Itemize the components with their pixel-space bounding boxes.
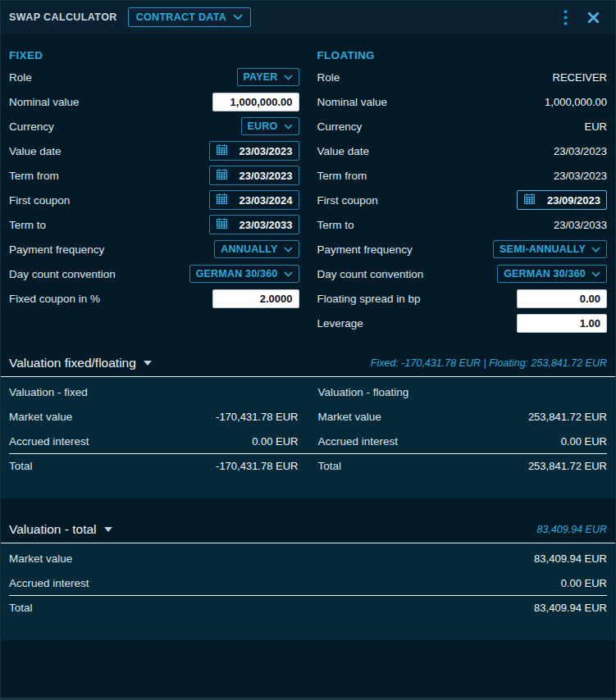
section-title: Valuation - total [9,522,97,537]
close-icon[interactable] [582,7,604,28]
term-from-picker[interactable]: 23/03/2023 [209,166,299,185]
fixed-accrued-value: 0.00 EUR [252,435,298,448]
calendar-icon [216,143,228,158]
currency-dropdown[interactable]: EURO [241,117,299,135]
caret-down-icon [144,361,152,366]
floating-payment-frequency-dropdown[interactable]: SEMI-ANNUALLY [493,240,607,258]
field-label: Day count convention [317,268,424,280]
floating-column-header: FLOATING [317,45,608,65]
field-label: Value date [317,145,370,157]
field-label: Floating spread in bp [317,293,421,305]
valuation-total-toggle[interactable]: Valuation - total [9,522,112,537]
total-label: Total [318,460,342,472]
currency-dropdown-value: EURO [248,120,278,132]
term-to-value: 23/03/2033 [239,219,292,231]
field-row-floating-role: Role RECEIVER [317,65,608,89]
floating-day-count-value: GERMAN 30/360 [504,268,586,280]
field-row-fixed-nominal: Nominal value [9,89,299,114]
first-coupon-picker[interactable]: 23/03/2024 [209,190,299,210]
accrued-interest-label: Accrued interest [9,435,89,448]
valuation-total-header: Valuation - total 83,409.94 EUR [1,516,615,543]
field-label: Term to [9,219,46,231]
field-row-fixed-term-from: Term from 23/03/2023 [9,163,299,188]
field-label: Term to [317,219,354,231]
fixed-coupon-input[interactable] [212,289,299,308]
valuation-fixed-title: Valuation - fixed [9,386,88,398]
field-row-fixed-first-coupon: First coupon 23/03/2024 [9,188,299,212]
field-label: Role [9,71,32,84]
bottom-filler [1,640,615,698]
valuation-ff-toggle[interactable]: Valuation fixed/floating [9,356,152,370]
field-label: Term from [317,170,367,182]
floating-total-value: 253,841.72 EUR [528,460,607,472]
floating-day-count-dropdown[interactable]: GERMAN 30/360 [497,265,607,283]
chevron-down-icon [284,243,293,255]
role-dropdown[interactable]: PAYER [237,68,299,86]
market-value-label: Market value [318,411,381,423]
chevron-down-icon [284,71,293,83]
valuation-ff-table: Valuation - fixed Valuation - floating M… [1,376,615,498]
floating-role-value: RECEIVER [553,71,607,84]
contract-data-dropdown-label: CONTRACT DATA [136,11,226,23]
payment-frequency-dropdown[interactable]: ANNUALLY [214,240,299,258]
floating-accrued-value: 0.00 EUR [561,435,607,448]
page-title: SWAP CALCULATOR [9,11,117,23]
field-label: Currency [317,120,363,133]
leverage-input[interactable] [517,314,607,333]
chevron-down-icon [284,268,293,280]
field-row-fixed-payment-frequency: Payment frequency ANNUALLY [9,237,299,261]
swap-calculator-window: SWAP CALCULATOR CONTRACT DATA FIXED Role… [0,0,616,700]
floating-column: FLOATING Role RECEIVER Nominal value 1,0… [317,45,608,335]
calendar-icon [216,168,228,183]
table-total-row: Total -170,431.78 EUR Total 253,841.72 E… [9,453,607,478]
value-date-value: 23/03/2023 [239,145,292,157]
nominal-value-input[interactable] [212,93,299,111]
grand-total-value: 83,409.94 EUR [534,602,607,614]
kebab-menu-icon[interactable] [554,7,576,28]
floating-first-coupon-picker[interactable]: 23/09/2023 [517,190,607,210]
field-row-floating-nominal: Nominal value 1,000,000.00 [317,89,608,114]
accrued-interest-label: Accrued interest [318,435,399,448]
market-value-label: Market value [9,552,72,565]
table-row: Market value 83,409.94 EUR [9,546,607,570]
accrued-interest-label: Accrued interest [9,577,89,589]
field-label: Value date [9,145,62,157]
field-label: Day count convention [9,268,116,280]
payment-frequency-value: ANNUALLY [221,243,277,255]
field-row-floating-payment-frequency: Payment frequency SEMI-ANNUALLY [317,237,608,261]
valuation-ff-header: Valuation fixed/floating Fixed: -170,431… [1,350,615,376]
field-label: Role [317,71,340,84]
field-label: Payment frequency [9,243,104,256]
fixed-column: FIXED Role PAYER Nominal value Currency … [9,45,299,335]
field-row-fixed-role: Role PAYER [9,65,299,89]
field-label: Nominal value [317,96,388,108]
value-date-picker[interactable]: 23/03/2023 [209,141,299,161]
term-from-value: 23/03/2023 [239,170,292,182]
day-count-dropdown[interactable]: GERMAN 30/360 [189,265,299,283]
field-label: Fixed coupon in % [9,293,100,305]
field-label: First coupon [317,194,378,207]
field-row-fixed-day-count: Day count convention GERMAN 30/360 [9,261,299,286]
chevron-down-icon [591,243,600,255]
total-label: Total [9,460,33,472]
field-row-floating-value-date: Value date 23/03/2023 [317,139,608,163]
field-row-fixed-coupon-pct: Fixed coupon in % [9,286,299,311]
term-to-picker[interactable]: 23/03/2033 [209,215,299,234]
calendar-icon [216,217,228,232]
floating-payment-frequency-value: SEMI-ANNUALLY [500,243,586,255]
floating-first-coupon-value: 23/09/2023 [547,194,600,207]
field-label: Leverage [317,317,363,330]
contract-data-dropdown[interactable]: CONTRACT DATA [128,7,251,27]
floating-nominal-value: 1,000,000.00 [545,96,607,108]
field-row-floating-term-from: Term from 23/03/2023 [317,163,608,188]
field-row-floating-spread: Floating spread in bp [317,286,608,311]
field-label: Term from [9,170,59,182]
field-label: Payment frequency [317,243,413,256]
field-row-fixed-term-to: Term to 23/03/2033 [9,212,299,237]
valuation-floating-title: Valuation - floating [318,386,409,398]
total-market-value: 83,409.94 EUR [534,552,607,565]
field-row-fixed-value-date: Value date 23/03/2023 [9,139,299,163]
fixed-column-header: FIXED [9,45,299,65]
field-label: Currency [9,120,54,133]
floating-spread-input[interactable] [517,289,607,308]
